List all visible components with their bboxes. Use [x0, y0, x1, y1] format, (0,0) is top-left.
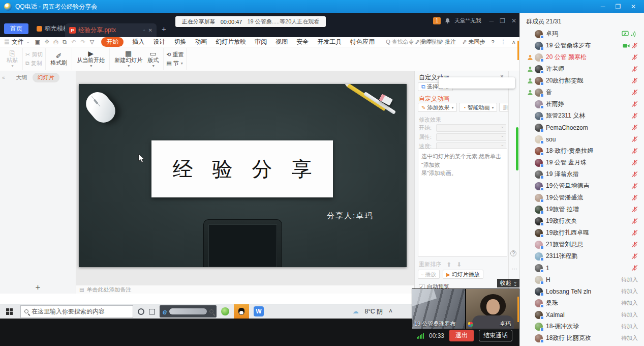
animation-list-box[interactable]: 选中幻灯片的某个元素,然后单击“添加效 果”添加动画。: [418, 149, 507, 256]
tab-pin-icon[interactable]: ▫: [143, 27, 145, 33]
qq-taskbar-icon[interactable]: [234, 304, 249, 319]
member-row[interactable]: 19公管潘盛流: [520, 192, 644, 204]
member-row[interactable]: 20政行郝雯靓: [520, 75, 644, 86]
new-tab-button[interactable]: +: [162, 24, 166, 33]
collapse-panel-button[interactable]: 收起 ⌄⌄: [497, 279, 520, 287]
quick-icon[interactable]: ▽: [90, 39, 94, 45]
member-row[interactable]: 桑珠待加入: [520, 297, 644, 309]
move-down-icon[interactable]: ⬇: [456, 261, 462, 268]
ribbon-新建幻灯片[interactable]: ▦新建幻灯片▾: [112, 49, 144, 69]
menu-tab-设计[interactable]: 设计: [153, 38, 165, 46]
add-slide-button[interactable]: +: [0, 282, 76, 293]
member-row[interactable]: 1: [520, 262, 644, 274]
member-row[interactable]: 崔雨婷: [520, 98, 644, 110]
wps-taskbar-icon[interactable]: W: [254, 306, 264, 316]
taskbar-search-input[interactable]: 在这里输入你要搜索的内容: [20, 305, 133, 318]
ribbon-复制[interactable]: ⧉复制: [25, 60, 43, 67]
panel-scrollbar[interactable]: [516, 127, 518, 170]
member-row[interactable]: Xalmal待加入: [520, 309, 644, 321]
menu-tab-幻灯片放映[interactable]: 幻灯片放映: [216, 38, 246, 46]
smart-animation-button[interactable]: ◔智能动画▾: [459, 103, 497, 112]
notification-badge[interactable]: 1: [433, 17, 441, 24]
ribbon-格式刷[interactable]: ✐格式刷: [48, 52, 69, 67]
maximize-button[interactable]: ❐: [611, 3, 625, 10]
add-effect-button[interactable]: ✎添加效果▾: [418, 103, 457, 112]
wps-minimize-button[interactable]: ─: [489, 17, 494, 24]
member-row[interactable]: 20 公管 颜寒松: [520, 51, 644, 63]
bell-icon[interactable]: [445, 18, 450, 24]
move-up-icon[interactable]: ⬆: [446, 261, 451, 268]
start-button[interactable]: [6, 308, 13, 315]
tab-presentation-file[interactable]: P 经验分享.pptx ▫ ✕: [65, 23, 157, 37]
slideshow-button[interactable]: ▶幻灯片播放: [443, 270, 483, 279]
tray-expand-icon[interactable]: ˄: [389, 308, 392, 315]
current-slide[interactable]: 经 验 分 享 分享人:卓玛: [79, 84, 407, 267]
video-tile-camera-2[interactable]: 卓玛: [466, 289, 519, 329]
tab-close-icon[interactable]: ✕: [148, 27, 152, 33]
task-view-icon[interactable]: [149, 309, 155, 314]
file-menu-button[interactable]: ☰ 文件 ⌄: [4, 38, 29, 46]
member-row[interactable]: 18政行 比丽克孜待加入: [520, 332, 644, 344]
member-row[interactable]: 18-拥冲次珍待加入: [520, 321, 644, 332]
help-icon[interactable]: ?: [510, 250, 516, 256]
member-row[interactable]: 19旅管 拉增: [520, 204, 644, 215]
menu-tab-开始[interactable]: 开始: [101, 37, 124, 47]
member-row[interactable]: 19公管旦增德吉: [520, 180, 644, 192]
tab-home[interactable]: 首页: [4, 23, 28, 34]
member-row[interactable]: 18-政行-贡桑拉姆: [520, 145, 644, 157]
menu-tab-特色应用[interactable]: 特色应用: [350, 38, 375, 46]
ribbon-从当前开始[interactable]: ▶从当前开始▾: [75, 49, 107, 69]
quick-icon[interactable]: ▣: [35, 39, 40, 45]
quick-icon[interactable]: ↷: [80, 39, 85, 45]
slide-title-box[interactable]: 经 验 分 享: [151, 140, 333, 197]
member-row[interactable]: 19 公管 蓝月珠: [520, 157, 644, 168]
member-row[interactable]: 音: [520, 86, 644, 98]
ribbon-版式[interactable]: ▭版式▾: [145, 49, 161, 69]
action-批注[interactable]: ⬀ 批注: [439, 38, 456, 46]
collapse-panel-icon[interactable]: «: [2, 75, 5, 80]
member-row[interactable]: 19-政行-高淇婷待加入: [520, 344, 644, 346]
cortana-icon[interactable]: [138, 308, 144, 315]
action-分享[interactable]: ⬀ 分享: [415, 38, 433, 46]
menu-tab-切换[interactable]: 切换: [174, 38, 186, 46]
member-row[interactable]: Lobsang TeN zln待加入: [520, 285, 644, 297]
close-button[interactable]: ✕: [627, 3, 640, 10]
quick-icon[interactable]: ⎙: [54, 39, 58, 45]
quick-icon[interactable]: ⟐: [45, 39, 49, 45]
member-row[interactable]: H待加入: [520, 274, 644, 285]
property-select[interactable]: [436, 133, 506, 141]
end-call-button[interactable]: 结束通话: [479, 330, 512, 341]
menu-tab-安全[interactable]: 安全: [296, 38, 309, 46]
member-row[interactable]: 21旅管刘思思: [520, 239, 644, 250]
member-row[interactable]: 2311张程鹏: [520, 250, 644, 262]
account-name[interactable]: 天堂**无我: [454, 17, 481, 24]
member-row[interactable]: 19政行次央: [520, 215, 644, 227]
sogou-input-toolbar[interactable]: [439, 77, 515, 89]
tab-outline[interactable]: 大纲: [16, 74, 27, 81]
menu-tab-开发工具[interactable]: 开发工具: [317, 38, 342, 46]
start-select[interactable]: [436, 124, 506, 132]
menu-tab-视图[interactable]: 视图: [275, 38, 288, 46]
slide-canvas-area[interactable]: 经 验 分 享 分享人:卓玛: [76, 71, 414, 285]
menu-end-icon[interactable]: ˄: [512, 39, 515, 45]
action-未同步[interactable]: ⬀ 未同步: [462, 38, 485, 46]
browser-360-icon[interactable]: [221, 307, 229, 315]
wps-close-button[interactable]: ✕: [511, 17, 516, 24]
tab-slides[interactable]: 幻灯片: [33, 73, 59, 82]
notes-bar[interactable]: ▤ 单击此处添加备注: [76, 285, 414, 294]
member-row[interactable]: 19 泽翁永措: [520, 168, 644, 180]
quick-icon[interactable]: ↶: [71, 39, 76, 45]
exit-button[interactable]: 退出: [449, 330, 474, 341]
wps-maximize-button[interactable]: ❐: [500, 17, 505, 24]
menu-tab-审阅[interactable]: 审阅: [255, 38, 267, 46]
right-tool-strip[interactable]: [508, 71, 519, 294]
menu-tab-插入[interactable]: 插入: [132, 38, 144, 46]
member-row[interactable]: PemaChoezom: [520, 122, 644, 133]
menu-end-icon[interactable]: ⋮: [501, 39, 506, 45]
menu-tab-动画[interactable]: 动画: [195, 38, 207, 46]
member-row[interactable]: sou: [520, 133, 644, 145]
member-row[interactable]: 19政行扎西卓嘎: [520, 227, 644, 239]
quick-icon[interactable]: ⧉: [63, 39, 67, 45]
member-row[interactable]: 旅管2311 义林: [520, 110, 644, 122]
ribbon-重置[interactable]: ⟲重置: [166, 51, 183, 59]
